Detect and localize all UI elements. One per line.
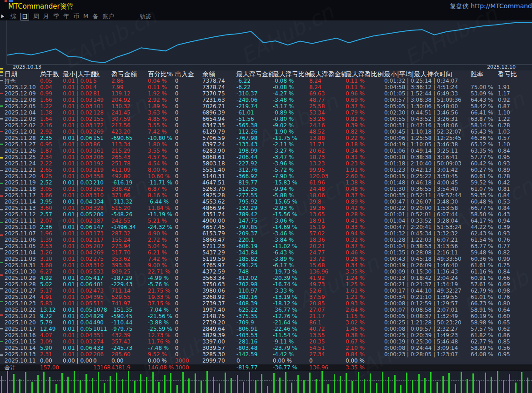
table-row[interactable]: 2025.10.153.090.01 | 0.03274357.4311.76 … — [0, 338, 532, 345]
table-row[interactable]: 2025.10.285.020.01 | 0.06401-229.43-5.76… — [0, 281, 532, 288]
menu-item-trajectory[interactable]: 轨迹 — [140, 13, 151, 20]
cell: -147.75 — [236, 218, 273, 224]
cell: 3285.30 — [202, 351, 236, 358]
cell: -24.32 % — [148, 224, 175, 230]
table-row[interactable]: 2025.11.261.870.01 | 0.03161215.293.55 %… — [0, 148, 532, 154]
cell: 2025.11.13 — [5, 205, 40, 211]
cell: 0.69 % — [346, 97, 384, 103]
column-header-4[interactable]: 盈亏金额 — [111, 70, 148, 78]
table-row[interactable]: 2025.10.164.070.01 | 0.04351432.3912.73 … — [0, 332, 532, 338]
column-header-7[interactable]: 余额 — [202, 70, 236, 78]
table-row[interactable]: 2025.10.294.920.01 | 0.05417-187.29-4.99… — [0, 275, 532, 281]
table-row[interactable]: 2025.10.306.270.01 | 0.05533809.2522.71 … — [0, 269, 532, 275]
table-row[interactable]: 2025.10.235.830.01 | 0.05511741.9737.15 … — [0, 300, 532, 307]
table-row[interactable]: 2025.11.183.050.01 | 0.03262338.426.87 %… — [0, 186, 532, 192]
table-row[interactable]: 2025.10.205.790.01 | 0.04490-110.44-3.88… — [0, 319, 532, 326]
column-header-3[interactable]: 数 — [93, 70, 111, 78]
table-row[interactable]: 2025.10.219.720.01 | 0.04829-590.45-21.5… — [0, 313, 532, 319]
table-row[interactable]: 2025.12.041.380.01 | 0.02128241.453.63 %… — [0, 109, 532, 116]
table-row[interactable]: 2025.11.112.070.01 | 0.02187242.555.21 %… — [0, 218, 532, 224]
column-header-13[interactable]: 胜率 — [471, 70, 498, 78]
table-row[interactable]: 2025.11.212.650.01 | 0.03219411.098.00 %… — [0, 167, 532, 173]
table-row[interactable]: 2025.11.071.960.01 | 0.03173287.324.90 %… — [0, 230, 532, 237]
volume-bar — [327, 384, 329, 393]
table-row[interactable]: 2025.12.100.040.01 | 0.0147.990.11 %0737… — [0, 84, 532, 90]
table-row[interactable]: 2025.11.204.250.01 | 0.04358492.8010.60 … — [0, 173, 532, 179]
table-row[interactable]: 2025.10.244.910.01 | 0.04395529.5519.33 … — [0, 294, 532, 300]
column-header-2[interactable]: 最小|大手数 — [63, 70, 93, 78]
cell: 5551.40 — [202, 167, 236, 173]
table-row[interactable]: 2025.10.1712.490.01 | 0.051011-979.75-25… — [0, 326, 532, 332]
table-row[interactable]: 2025.11.173.660.01 | 0.03310371.668.16 %… — [0, 192, 532, 199]
cell: 1011 — [93, 326, 111, 332]
cell: 0.01 | 0.03 — [63, 154, 93, 160]
column-header-9[interactable]: 最大浮亏比例 — [273, 70, 309, 78]
table-row[interactable]: 2025.11.252.340.01 | 0.03206265.434.57 %… — [0, 154, 532, 160]
table-row[interactable]: 2025.10.110.000.00 | 0.0000.000.00 %3000… — [0, 358, 532, 364]
table-row[interactable]: 2025.11.102.360.01 | 0.06147-1496.34-24.… — [0, 224, 532, 230]
column-header-12[interactable]: 最小|平均|最大持仓时间 — [384, 70, 471, 78]
column-header-14[interactable]: 盈亏比 — [498, 70, 532, 78]
cell: 13.12 — [40, 307, 63, 313]
vendor-link[interactable]: 复盘侠 http://MTCommand — [450, 2, 532, 10]
cell: 0.41 % — [346, 218, 384, 224]
table-row[interactable]: 2025.11.192.520.01 | 0.03210-616.19-11.7… — [0, 179, 532, 186]
menu-item-8[interactable]: 备 — [92, 13, 98, 20]
column-header-10[interactable]: 最大浮盈金额 — [309, 70, 346, 78]
cell: -709.9 — [236, 319, 273, 326]
cell: 61.54 % — [471, 237, 498, 243]
table-row[interactable]: 2025.12.051.220.01 | 0.03101130.321.89 %… — [0, 103, 532, 109]
table-row[interactable]: 2025.12.081.660.01 | 0.03149204.922.92 %… — [0, 97, 532, 103]
column-header-6[interactable]: 出入金 — [175, 70, 202, 78]
table-row[interactable]: 2025.11.052.530.01 | 0.05207273.945.04 %… — [0, 243, 532, 249]
table-row[interactable]: 2025.10.275.170.01 | 0.02473711.1421.75 … — [0, 288, 532, 294]
table-row[interactable]: 2025.11.270.950.01 | 0.0386113.341.80 %0… — [0, 141, 532, 148]
cell: -15.83 % — [273, 179, 309, 186]
column-header-8[interactable]: 最大浮亏金额 — [236, 70, 273, 78]
table-row[interactable]: 2025.10.2213.120.01 | 0.051078-151.35-7.… — [0, 307, 532, 313]
panel-arrow-icon[interactable] — [1, 15, 4, 18]
menu-item-1[interactable]: 日 — [20, 13, 29, 20]
cell: 2.16 — [40, 122, 63, 129]
volume-vgridline — [399, 371, 399, 393]
cell: 310 — [93, 262, 111, 269]
table-row[interactable]: 2025.10.313.680.01 | 0.03310393.389.00 %… — [0, 262, 532, 269]
table-row[interactable]: 2025.12.090.990.01 | 0.0281139.121.92 %0… — [0, 90, 532, 97]
cell: 7378.74 — [202, 84, 236, 90]
table-row[interactable]: 2025.12.022.160.01 | 0.03172217.563.55 %… — [0, 122, 532, 129]
cell: 1.38 % — [346, 179, 384, 186]
cell: 0.86 — [498, 332, 532, 338]
table-row[interactable]: 2025.11.282.350.01 | 0.06151-690.65-10.8… — [0, 135, 532, 141]
menu-item-0[interactable]: 综 — [10, 13, 16, 20]
table-row[interactable]: 2025.11.143.950.01 | 0.04334-313.32-6.44… — [0, 199, 532, 205]
table-row[interactable]: 持仓0.050.01 | 0.0152.860.04 %07378.74-6.2… — [0, 78, 532, 84]
menu-item-7[interactable]: M — [83, 13, 88, 20]
volume-bar — [406, 373, 407, 393]
table-row[interactable]: 2025.11.133.600.01 | 0.03328515.2011.84 … — [0, 205, 532, 211]
table-row[interactable]: 2025.12.012.920.01 | 0.02269423.207.42 %… — [0, 129, 532, 135]
menu-item-9[interactable]: 账户 — [102, 13, 114, 20]
table-row[interactable]: 2025.11.033.100.01 | 0.02275353.627.42 %… — [0, 256, 532, 262]
volume-bar — [104, 383, 105, 393]
table-row[interactable]: 2025.10.145.900.01 | 0.06433-245.73-7.48… — [0, 345, 532, 351]
menu-item-6[interactable]: 币 — [73, 13, 79, 20]
column-header-0[interactable]: 日期 — [5, 70, 40, 78]
cell: 0:00:43 | 0:45:18 | 49:33:50 — [384, 256, 471, 262]
table-row[interactable]: 2025.11.043.260.01 | 0.04269317.706.21 %… — [0, 249, 532, 256]
menu-item-5[interactable]: 年 — [63, 13, 69, 20]
cell: 0.01 | 0.05 — [63, 300, 93, 307]
table-row[interactable]: 2025.10.132.310.01 | 0.02206285.609.52 %… — [0, 351, 532, 358]
table-row[interactable]: 2025.12.031.640.01 | 0.02155307.594.85 %… — [0, 116, 532, 122]
cell: 0 — [175, 338, 202, 345]
column-header-5[interactable]: 百分比% — [148, 70, 175, 78]
menu-item-3[interactable]: 月 — [43, 13, 49, 20]
column-header-11[interactable]: 最大浮盈比例 — [346, 70, 384, 78]
table-row[interactable]: 2025.11.061.390.01 | 0.02117155.242.72 %… — [0, 237, 532, 243]
column-header-1[interactable]: 总手数 — [40, 70, 63, 78]
cell: -7.04 % — [148, 307, 175, 313]
table-row[interactable]: 2025.11.122.570.01 | 0.05200-548.26-11.1… — [0, 211, 532, 218]
menu-item-4[interactable]: 季 — [53, 13, 59, 20]
cell: 58.42 % — [471, 103, 498, 109]
table-row[interactable]: 2025.11.242.220.01 | 0.03192251.784.54 %… — [0, 160, 532, 167]
menu-item-2[interactable]: 周 — [33, 13, 39, 20]
